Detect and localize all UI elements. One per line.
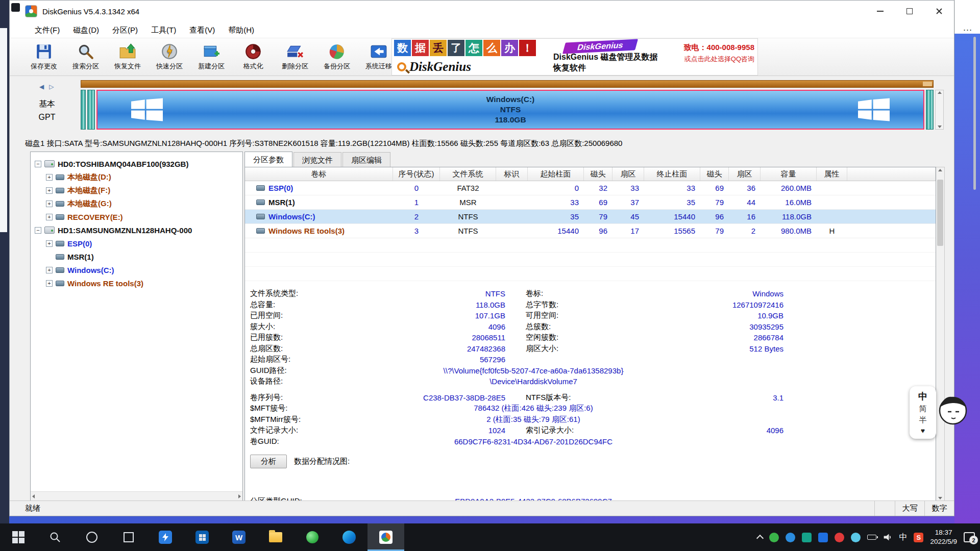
- battery-icon[interactable]: [867, 535, 876, 540]
- recover-files-button[interactable]: 恢复文件: [108, 40, 148, 74]
- scroll-down-icon[interactable]: [938, 126, 942, 128]
- ime-mode-pill[interactable]: 中 简 半 ♥: [910, 386, 936, 439]
- tree-item-local-disk-d[interactable]: 本地磁盘(D:): [31, 170, 242, 184]
- collapse-icon[interactable]: [35, 161, 41, 167]
- action-center-button[interactable]: 2: [964, 532, 975, 542]
- save-changes-button[interactable]: 保存更改: [24, 40, 64, 74]
- expand-icon[interactable]: [46, 174, 53, 181]
- tree-item-hd1[interactable]: HD1:SAMSUNGMZNLN128HAHQ-000: [31, 223, 242, 237]
- tree-item-recovery-e[interactable]: RECOVERY(E:): [31, 210, 242, 223]
- column-header-head2[interactable]: 磁头: [700, 167, 729, 181]
- taskbar-app-diskgenius[interactable]: [368, 523, 404, 551]
- cartoon-face-icon[interactable]: [937, 390, 969, 433]
- column-header-head[interactable]: 磁头: [584, 167, 612, 181]
- column-header-capacity[interactable]: 容量: [761, 167, 817, 181]
- minimize-button[interactable]: [865, 1, 895, 22]
- scroll-up-icon[interactable]: [938, 91, 942, 94]
- taskbar-app-edge[interactable]: [331, 523, 368, 551]
- scroll-up-icon[interactable]: [938, 169, 942, 171]
- expand-icon[interactable]: [46, 240, 53, 247]
- column-header-flag[interactable]: 标识: [496, 167, 528, 181]
- collapse-icon[interactable]: [35, 227, 41, 234]
- table-row-windows-re-tools[interactable]: Windows RE tools(3) 3 NTFS 15440 96 17 1…: [245, 224, 936, 238]
- task-view-button[interactable]: [110, 523, 147, 551]
- expand-icon[interactable]: [46, 267, 53, 273]
- taskbar-clock[interactable]: 18:37 2022/5/9: [930, 528, 957, 546]
- menu-help[interactable]: 帮助(H): [222, 22, 261, 38]
- column-header-end-cyl[interactable]: 终止柱面: [644, 167, 700, 181]
- tray-antivirus-icon[interactable]: [769, 533, 779, 542]
- column-header-start-cyl[interactable]: 起始柱面: [528, 167, 584, 181]
- prev-disk-arrow-icon[interactable]: ◀: [39, 83, 44, 90]
- taskbar-app-meeting[interactable]: [147, 523, 184, 551]
- content-vertical-scrollbar[interactable]: [936, 167, 945, 502]
- ime-indicator[interactable]: 中: [899, 532, 907, 543]
- column-header-seq[interactable]: 序号(状态): [393, 167, 440, 181]
- column-header-volume[interactable]: 卷标: [245, 167, 393, 181]
- table-row-esp[interactable]: ESP(0) 0 FAT32 0 32 33 33 69 36 260.0MB: [245, 181, 936, 195]
- search-partition-button[interactable]: 搜索分区: [66, 40, 106, 74]
- maximize-button[interactable]: [895, 1, 924, 22]
- next-disk-arrow-icon[interactable]: ▷: [49, 83, 54, 90]
- menu-partition[interactable]: 分区(P): [106, 22, 144, 38]
- taskbar-app-browser[interactable]: [294, 523, 331, 551]
- tree-item-windows-re-tools[interactable]: Windows RE tools(3): [31, 277, 242, 290]
- tray-app-icon[interactable]: [802, 533, 812, 542]
- delete-partition-button[interactable]: 删除分区: [275, 40, 315, 74]
- volume-icon[interactable]: [883, 533, 892, 542]
- taskbar-app-word[interactable]: W: [220, 523, 257, 551]
- table-row-windows-c[interactable]: Windows(C:) 2 NTFS 35 79 45 15440 96 16 …: [245, 210, 936, 224]
- quick-partition-button[interactable]: 快速分区: [150, 40, 189, 74]
- tray-360-icon[interactable]: [851, 533, 861, 542]
- expand-icon[interactable]: [46, 214, 53, 220]
- scroll-down-icon[interactable]: [938, 497, 942, 499]
- tree-item-windows-c[interactable]: Windows(C:): [31, 263, 242, 277]
- tray-qq-icon[interactable]: [818, 533, 828, 542]
- esp-partition-block[interactable]: [81, 90, 86, 130]
- ad-banner[interactable]: 数 据 丢 了 怎 么 办 ！ DiskGenius Dis: [391, 38, 758, 76]
- sogou-icon[interactable]: S: [914, 533, 923, 542]
- disk-map-scrollbar[interactable]: [935, 90, 944, 130]
- file-explorer-button[interactable]: [257, 523, 294, 551]
- ad-qq-link[interactable]: 或点击此处选择QQ咨询: [665, 55, 754, 64]
- expand-icon[interactable]: [46, 201, 53, 207]
- menu-disk[interactable]: 磁盘(D): [66, 22, 106, 38]
- menu-file[interactable]: 文件(F): [28, 22, 66, 38]
- scrollbar-thumb[interactable]: [937, 180, 943, 246]
- menu-tools[interactable]: 工具(T): [144, 22, 183, 38]
- background-scrollbar[interactable]: [973, 37, 976, 190]
- close-button[interactable]: [924, 1, 954, 22]
- menu-view[interactable]: 查看(V): [183, 22, 222, 38]
- tree-horizontal-scrollbar[interactable]: [31, 491, 242, 501]
- column-header-sector2[interactable]: 扇区: [729, 167, 761, 181]
- tab-sector-edit[interactable]: 扇区编辑: [342, 152, 390, 167]
- tree-item-hd0[interactable]: HD0:TOSHIBAMQ04ABF100(932GB): [31, 157, 242, 170]
- tree-item-msr[interactable]: MSR(1): [31, 250, 242, 263]
- tab-partition-params[interactable]: 分区参数: [244, 152, 292, 167]
- column-header-attr[interactable]: 属性: [817, 167, 847, 181]
- tree-item-local-disk-f[interactable]: 本地磁盘(F:): [31, 184, 242, 197]
- analyze-button[interactable]: 分析: [250, 455, 287, 468]
- taskbar-search-button[interactable]: [37, 523, 74, 551]
- column-header-sector[interactable]: 扇区: [612, 167, 644, 181]
- tree-item-local-disk-g[interactable]: 本地磁盘(G:): [31, 197, 242, 210]
- cortana-button[interactable]: [74, 523, 110, 551]
- tray-expand-icon[interactable]: [756, 535, 764, 542]
- taskbar-app-store[interactable]: [184, 523, 220, 551]
- format-button[interactable]: 格式化: [233, 40, 273, 74]
- hd0-disk-strip[interactable]: [81, 80, 934, 88]
- new-partition-button[interactable]: 新建分区: [191, 40, 231, 74]
- scroll-left-icon[interactable]: [32, 494, 35, 498]
- table-row-msr[interactable]: MSR(1) 1 MSR 33 69 37 35 79 44 16.0MB: [245, 195, 936, 210]
- expand-icon[interactable]: [46, 280, 53, 287]
- ad-contact[interactable]: 致电：400-008-9958 或点击此处选择QQ咨询: [665, 39, 757, 75]
- tab-browse-files[interactable]: 浏览文件: [293, 152, 341, 167]
- scroll-right-icon[interactable]: [238, 494, 241, 498]
- windows-c-partition-block[interactable]: Windows(C:) NTFS 118.0GB: [96, 90, 924, 130]
- tree-item-esp[interactable]: ESP(0): [31, 237, 242, 250]
- column-header-fs[interactable]: 文件系统: [440, 167, 496, 181]
- tray-cloud-icon[interactable]: [786, 533, 795, 542]
- recovery-partition-block[interactable]: [926, 90, 934, 130]
- backup-partition-button[interactable]: 备份分区: [317, 40, 357, 74]
- msr-partition-block[interactable]: [87, 90, 95, 130]
